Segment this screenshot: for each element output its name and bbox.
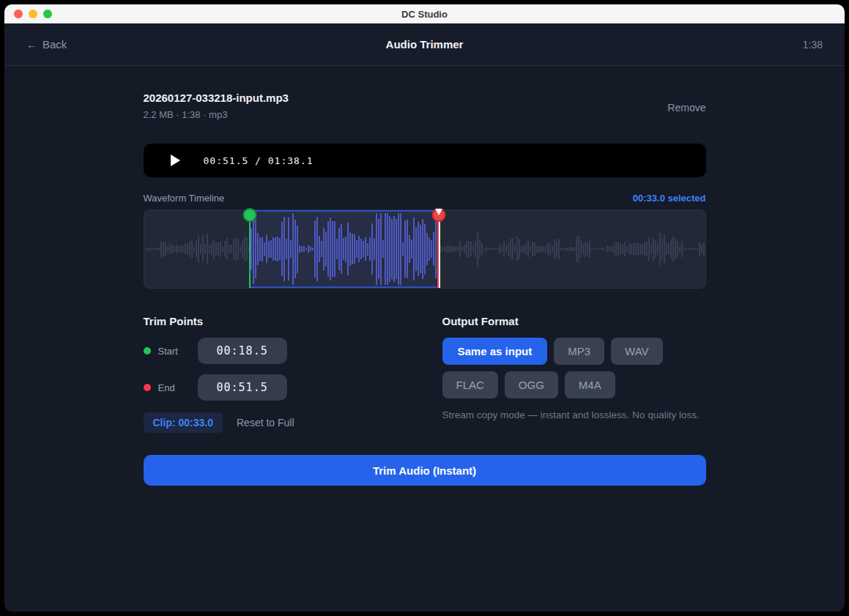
titlebar: DC Studio xyxy=(4,4,845,23)
clip-info-row: Clip: 00:33.0 Reset to Full xyxy=(144,412,442,433)
end-label: End xyxy=(158,382,189,393)
window-title: DC Studio xyxy=(4,9,845,20)
file-meta: 2.2 MB · 1:38 · mp3 xyxy=(144,109,289,120)
selection-region[interactable] xyxy=(250,210,439,288)
format-option-mp3[interactable]: MP3 xyxy=(554,338,604,365)
start-time-field[interactable]: 00:18.5 xyxy=(198,338,287,364)
start-label: Start xyxy=(158,346,189,357)
waveform-label: Waveform Timeline xyxy=(144,193,225,204)
file-name: 20260127-033218-input.mp3 xyxy=(144,92,289,104)
start-point-row: Start 00:18.5 xyxy=(144,338,442,364)
trim-points-section: Trim Points Start 00:18.5 End 00:51.5 Cl… xyxy=(144,315,442,433)
waveform-timeline[interactable] xyxy=(144,209,706,289)
app-header: ← Back Audio Trimmer 1:38 xyxy=(4,23,845,66)
file-info-row: 20260127-033218-input.mp3 2.2 MB · 1:38 … xyxy=(144,92,706,120)
remove-file-button[interactable]: Remove xyxy=(667,92,705,114)
player-time-display: 00:51.5 / 01:38.1 xyxy=(204,155,314,166)
end-time-field[interactable]: 00:51.5 xyxy=(198,374,287,401)
reset-to-full-button[interactable]: Reset to Full xyxy=(237,417,294,428)
output-format-heading: Output Format xyxy=(442,315,706,327)
start-handle[interactable] xyxy=(242,208,256,222)
audio-player: 00:51.5 / 01:38.1 xyxy=(144,144,706,177)
file-info: 20260127-033218-input.mp3 2.2 MB · 1:38 … xyxy=(144,92,289,120)
play-button[interactable] xyxy=(166,150,186,171)
format-option-m4a[interactable]: M4A xyxy=(565,371,615,398)
waveform-header: Waveform Timeline 00:33.0 selected xyxy=(144,193,706,204)
end-dot-icon xyxy=(144,384,151,391)
app-window: DC Studio ← Back Audio Trimmer 1:38 2026… xyxy=(4,4,845,612)
page-title: Audio Trimmer xyxy=(4,38,845,51)
playhead-cap-icon[interactable] xyxy=(435,209,442,215)
trim-audio-button[interactable]: Trim Audio (Instant) xyxy=(144,455,706,486)
stream-copy-note: Stream copy mode — instant and lossless.… xyxy=(442,409,706,420)
format-option-wav[interactable]: WAV xyxy=(611,338,663,365)
header-duration: 1:38 xyxy=(803,39,823,51)
end-point-row: End 00:51.5 xyxy=(144,374,442,401)
clip-duration-badge: Clip: 00:33.0 xyxy=(144,412,223,433)
format-option-ogg[interactable]: OGG xyxy=(505,371,558,398)
start-dot-icon xyxy=(144,347,151,355)
trim-points-heading: Trim Points xyxy=(144,315,442,327)
main-content: 20260127-033218-input.mp3 2.2 MB · 1:38 … xyxy=(4,66,845,612)
selected-duration-label: 00:33.0 selected xyxy=(633,193,706,204)
format-options: Same as inputMP3WAVFLACOGGM4A xyxy=(442,338,706,398)
output-format-section: Output Format Same as inputMP3WAVFLACOGG… xyxy=(442,315,706,433)
format-option-flac[interactable]: FLAC xyxy=(442,371,498,398)
format-option-same-as-input[interactable]: Same as input xyxy=(442,338,548,365)
play-icon xyxy=(171,155,180,166)
